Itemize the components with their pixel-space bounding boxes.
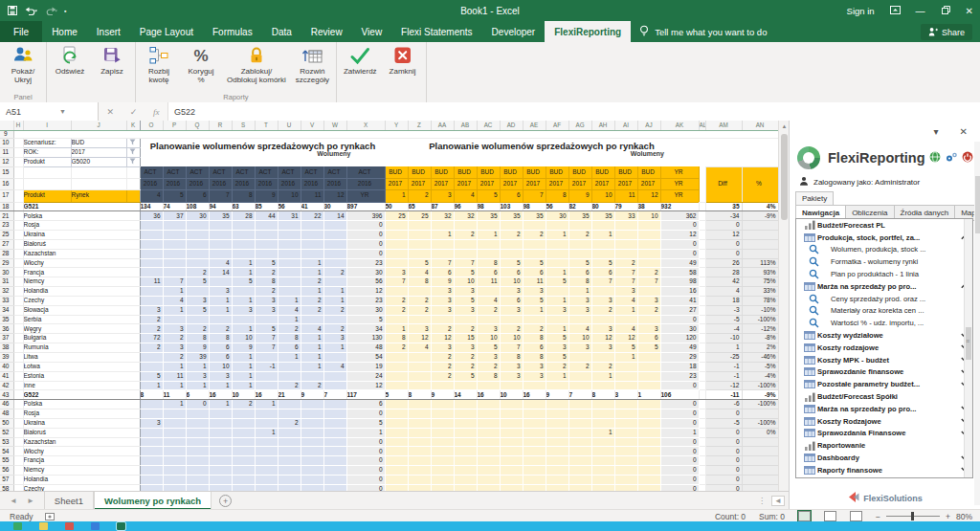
cell[interactable]: 1 xyxy=(301,268,323,277)
header-bud[interactable]: BUD xyxy=(637,166,660,178)
panel-scrollbar[interactable] xyxy=(974,142,980,505)
cell[interactable] xyxy=(431,418,454,428)
cell[interactable]: 3 xyxy=(500,305,523,315)
zoom-level[interactable]: 80% xyxy=(956,512,972,521)
name-box-dropdown-icon[interactable]: ▼ xyxy=(59,108,66,115)
cell[interactable] xyxy=(568,428,591,437)
column-header[interactable]: P xyxy=(163,121,186,131)
cell[interactable]: 35 xyxy=(477,211,500,221)
bud-yr-cell[interactable]: 16 xyxy=(660,287,699,297)
cell[interactable] xyxy=(209,475,232,484)
cell[interactable] xyxy=(637,484,660,491)
cell[interactable]: 3 xyxy=(431,343,454,353)
header-bud[interactable]: BUD xyxy=(477,166,500,178)
tree-item[interactable]: Materiały oraz korekta cen ... xyxy=(796,305,972,318)
cell[interactable]: 1 xyxy=(186,362,209,371)
cell[interactable] xyxy=(477,466,500,476)
cell[interactable]: 8 xyxy=(186,334,209,343)
diff-cell[interactable]: -34 xyxy=(705,211,742,221)
cell[interactable] xyxy=(500,315,523,324)
cell[interactable] xyxy=(614,466,637,476)
cell[interactable]: 3 xyxy=(255,305,278,315)
param-label[interactable]: Scenariusz: xyxy=(23,138,71,147)
cell[interactable]: 10 xyxy=(232,334,255,343)
header-act[interactable]: ACT xyxy=(346,166,385,178)
cell[interactable]: 32 xyxy=(431,211,454,221)
tree-item[interactable]: Dashboardy xyxy=(796,452,972,464)
act-yr-cell[interactable]: 0 xyxy=(346,484,385,491)
cell[interactable]: 2 xyxy=(186,324,209,334)
cell[interactable] xyxy=(232,287,255,297)
cell[interactable]: 2 xyxy=(477,362,500,371)
cell[interactable] xyxy=(255,249,278,258)
cell[interactable] xyxy=(278,221,301,231)
header-month[interactable]: 12 xyxy=(637,189,660,202)
cell[interactable] xyxy=(614,400,637,409)
column-header[interactable]: U xyxy=(278,121,301,131)
cell[interactable]: 8 xyxy=(523,353,546,363)
sheet-tab-wolumeny-po-rynkach[interactable]: Wolumeny po rynkach xyxy=(94,492,212,510)
cell[interactable]: 4 xyxy=(408,343,431,353)
cell[interactable] xyxy=(614,447,637,456)
cell[interactable]: 2 xyxy=(232,400,255,409)
cell[interactable] xyxy=(591,447,614,456)
row-header[interactable]: 30 xyxy=(0,268,13,277)
cell[interactable] xyxy=(323,221,346,231)
cell[interactable] xyxy=(431,475,454,484)
cell[interactable] xyxy=(568,400,591,409)
header-act-year[interactable]: 2016 xyxy=(232,178,255,189)
bud-yr-cell[interactable]: 27 xyxy=(660,305,699,315)
cell[interactable] xyxy=(255,409,278,419)
cell[interactable] xyxy=(614,437,637,447)
cell[interactable]: 16 xyxy=(255,390,278,400)
tell-me-box[interactable]: Tell me what you want to do xyxy=(631,21,774,42)
cell[interactable]: 5 xyxy=(186,277,209,287)
cell[interactable] xyxy=(591,400,614,409)
pct-cell[interactable] xyxy=(742,249,778,258)
cell[interactable] xyxy=(523,239,546,249)
cell[interactable] xyxy=(500,418,523,428)
cell[interactable] xyxy=(278,287,301,297)
market-cell[interactable]: Białoruś xyxy=(23,239,140,249)
bud-yr-cell[interactable]: 0 xyxy=(660,456,699,466)
cell[interactable]: 2 xyxy=(523,231,546,240)
column-header[interactable]: AJ xyxy=(637,121,660,131)
cell[interactable] xyxy=(614,239,637,249)
cell[interactable] xyxy=(591,287,614,297)
market-cell[interactable]: inne xyxy=(23,381,140,390)
cell[interactable] xyxy=(163,258,186,268)
cell[interactable] xyxy=(408,428,431,437)
act-yr-cell[interactable]: 0 xyxy=(346,249,385,258)
sheet-tab-sheet1[interactable]: Sheet1 xyxy=(44,492,94,510)
cell[interactable]: 2 xyxy=(163,334,186,343)
cell[interactable] xyxy=(477,249,500,258)
cell[interactable]: 12 xyxy=(591,334,614,343)
pct-cell[interactable] xyxy=(742,447,778,456)
cell[interactable]: 1 xyxy=(323,343,346,353)
cell[interactable]: 1 xyxy=(546,296,568,305)
cell[interactable]: 9 xyxy=(431,277,454,287)
diff-cell[interactable]: 0 xyxy=(705,428,742,437)
cell[interactable] xyxy=(408,466,431,476)
diff-cell[interactable]: 0 xyxy=(705,456,742,466)
cell[interactable]: 7 xyxy=(568,390,591,400)
cell[interactable] xyxy=(408,287,431,297)
cell[interactable] xyxy=(637,371,660,381)
act-yr-cell[interactable]: 117 xyxy=(346,390,385,400)
cell[interactable]: 7 xyxy=(163,277,186,287)
cell[interactable] xyxy=(614,484,637,491)
bud-yr-cell[interactable]: 0 xyxy=(660,447,699,456)
cell[interactable] xyxy=(140,258,163,268)
cell[interactable] xyxy=(163,484,186,491)
cell[interactable]: 2 xyxy=(385,296,408,305)
cell[interactable] xyxy=(637,353,660,363)
cell[interactable]: 1 xyxy=(323,287,346,297)
cell[interactable] xyxy=(301,466,323,476)
cell[interactable]: 32 xyxy=(454,211,477,221)
column-header[interactable]: V xyxy=(301,121,323,131)
cell[interactable] xyxy=(568,381,591,390)
cell[interactable] xyxy=(637,362,660,371)
row-header[interactable]: 46 xyxy=(0,400,13,409)
cell[interactable] xyxy=(209,409,232,419)
diff-cell[interactable]: -11 xyxy=(705,390,742,400)
